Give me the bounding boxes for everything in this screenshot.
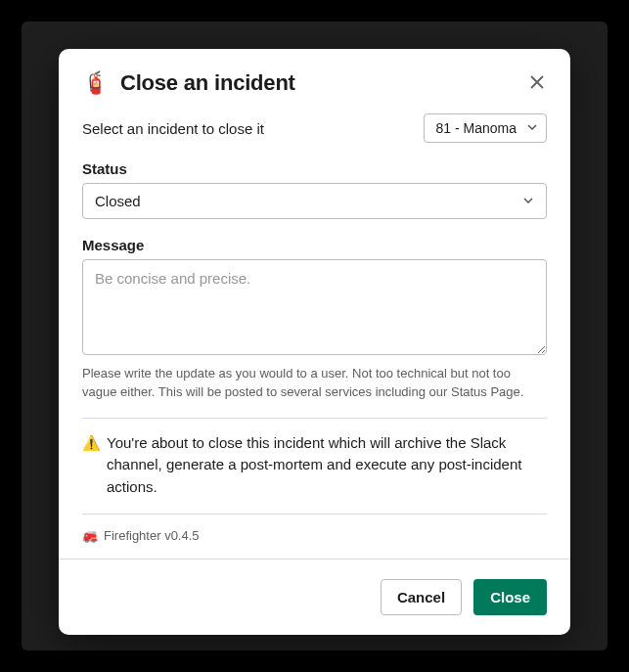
status-label: Status xyxy=(82,160,547,177)
modal-title: Close an incident xyxy=(120,70,295,96)
firetruck-icon: 🚒 xyxy=(82,528,98,543)
close-incident-modal: 🧯 Close an incident Select an incident t… xyxy=(59,49,570,635)
status-select[interactable]: Closed xyxy=(82,183,547,219)
divider xyxy=(82,418,547,419)
close-button[interactable]: Close xyxy=(473,579,547,615)
message-textarea[interactable] xyxy=(82,259,547,355)
app-meta: 🚒 Firefighter v0.4.5 xyxy=(82,528,547,543)
message-label: Message xyxy=(82,237,547,253)
modal-footer: Cancel Close xyxy=(59,559,570,635)
chevron-down-icon xyxy=(522,193,534,209)
cancel-button[interactable]: Cancel xyxy=(381,579,462,615)
intro-text: Select an incident to close it xyxy=(82,120,264,137)
fire-extinguisher-icon: 🧯 xyxy=(82,70,109,96)
warning-icon: ⚠️ xyxy=(82,432,101,499)
modal-header: 🧯 Close an incident xyxy=(59,49,570,113)
chevron-down-icon xyxy=(526,120,538,136)
close-icon[interactable] xyxy=(525,70,549,94)
intro-row: Select an incident to close it 81 - Mano… xyxy=(82,113,547,143)
warning-text: You're about to close this incident whic… xyxy=(107,432,547,499)
divider xyxy=(82,514,547,515)
incident-select-value: 81 - Manoma xyxy=(436,120,517,136)
message-helper-text: Please write the update as you would to … xyxy=(82,365,547,402)
modal-body: Select an incident to close it 81 - Mano… xyxy=(59,113,570,559)
status-select-value: Closed xyxy=(95,193,141,209)
incident-select[interactable]: 81 - Manoma xyxy=(424,113,547,143)
app-meta-text: Firefighter v0.4.5 xyxy=(104,528,200,543)
warning-row: ⚠️ You're about to close this incident w… xyxy=(82,432,547,499)
